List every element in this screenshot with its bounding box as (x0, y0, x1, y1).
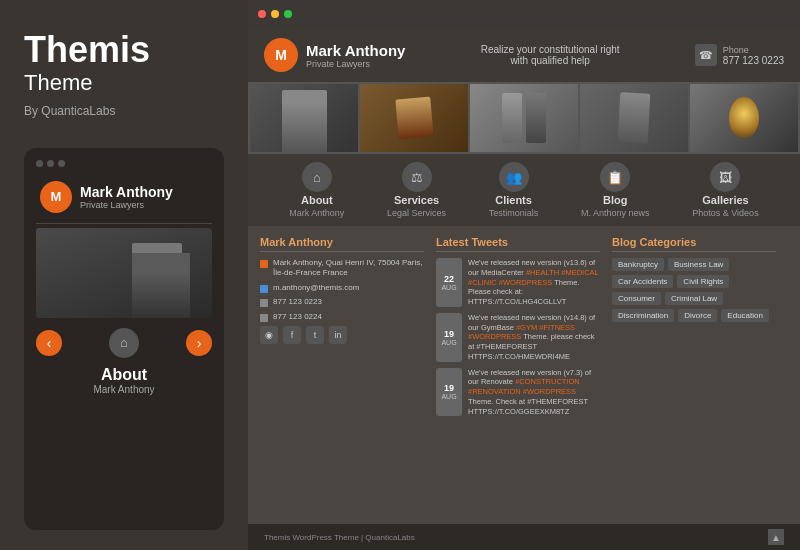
social-twitter-icon[interactable]: t (306, 326, 324, 344)
tweets-title: Latest Tweets (436, 236, 600, 252)
mockup-divider (36, 223, 212, 224)
home-icon: ⌂ (302, 162, 332, 192)
tweet-date-3: 19 AUG (436, 368, 462, 417)
blog-cat-business-law[interactable]: Business Law (668, 258, 729, 271)
contact-phone2: 877 123 0224 (273, 312, 322, 322)
tweet-item-3: 19 AUG We've released new version (v7.3)… (436, 368, 600, 417)
blog-cat-education[interactable]: Education (721, 309, 769, 322)
blog-cat-car-accidents[interactable]: Car Accidents (612, 275, 673, 288)
email-dot (260, 285, 268, 293)
blog-cat-divorce[interactable]: Divorce (678, 309, 717, 322)
contact-email: m.anthony@themis.com (273, 283, 359, 293)
phone-icon: ☎ (695, 44, 717, 66)
mockup-hero-image (36, 228, 212, 318)
mockup-prev-button[interactable]: ‹ (36, 330, 62, 356)
nav-blog-sub: M. Anthony news (581, 208, 650, 218)
blog-categories-list: Bankruptcy Business Law Car Accidents Ci… (612, 258, 776, 322)
phone-number: 877 123 0223 (723, 55, 784, 66)
hero-image-5 (690, 84, 798, 152)
mockup-dot-1 (36, 160, 43, 167)
bottom-section: Mark Anthony Mark Anthony, Quai Henri IV… (248, 226, 800, 524)
nav-galleries-main: Galleries (702, 194, 748, 206)
nav-services-sub: Legal Services (387, 208, 446, 218)
nav-item-blog[interactable]: 📋 Blog M. Anthony news (581, 162, 650, 218)
contact-column: Mark Anthony Mark Anthony, Quai Henri IV… (260, 236, 436, 518)
phone1-dot (260, 299, 268, 307)
nav-blog-main: Blog (603, 194, 627, 206)
blog-cat-discrimination[interactable]: Discrimination (612, 309, 674, 322)
nav-about-sub: Mark Anthony (289, 208, 344, 218)
browser-bar (248, 0, 800, 28)
site-phone-area: ☎ Phone 877 123 0223 (695, 44, 784, 66)
slogan-line2: with qualified help (421, 55, 678, 66)
blog-cat-civil-rights[interactable]: Civil Rights (677, 275, 729, 288)
footer-up-button[interactable]: ▲ (768, 529, 784, 545)
mockup-name: Mark Anthony (80, 184, 173, 200)
hero-image-3 (470, 84, 578, 152)
tweet-item-2: 19 AUG We've released new version (v14.8… (436, 313, 600, 362)
brand-by: By QuanticaLabs (24, 104, 224, 118)
social-facebook-icon[interactable]: f (283, 326, 301, 344)
left-panel: Themis Theme By QuanticaLabs M Mark Anth… (0, 0, 248, 550)
mockup-home-button[interactable]: ⌂ (109, 328, 139, 358)
blog-categories-column: Blog Categories Bankruptcy Business Law … (612, 236, 788, 518)
phone-label: Phone (723, 45, 784, 55)
mockup-about-sub: Mark Anthony (36, 384, 212, 395)
mobile-mockup: M Mark Anthony Private Lawyers ‹ ⌂ › Abo… (24, 148, 224, 530)
right-panel: M Mark Anthony Private Lawyers Realize y… (248, 0, 800, 550)
browser-dot-green[interactable] (284, 10, 292, 18)
nav-menu: ⌂ About Mark Anthony ⚖ Services Legal Se… (248, 154, 800, 226)
social-linkedin-icon[interactable]: in (329, 326, 347, 344)
blog-cat-criminal-law[interactable]: Criminal Law (665, 292, 723, 305)
browser-dot-yellow[interactable] (271, 10, 279, 18)
tweet-date-1: 22 AUG (436, 258, 462, 307)
tweet-text-2: We've released new version (v14.8) of ou… (468, 313, 600, 362)
brand-title: Themis (24, 30, 224, 70)
mockup-about-title: About (36, 366, 212, 384)
blog-icon: 📋 (600, 162, 630, 192)
address-dot (260, 260, 268, 268)
mockup-dots (36, 160, 212, 167)
clients-icon: 👥 (499, 162, 529, 192)
galleries-icon: 🖼 (710, 162, 740, 192)
tweet-date-2: 19 AUG (436, 313, 462, 362)
hero-image-4 (580, 84, 688, 152)
tweets-column: Latest Tweets 22 AUG We've released new … (436, 236, 612, 518)
tweet-text-1: We've released new version (v13.6) of ou… (468, 258, 600, 307)
hero-image-2 (360, 84, 468, 152)
blog-cat-consumer[interactable]: Consumer (612, 292, 661, 305)
contact-address-item: Mark Anthony, Quai Henri IV, 75004 Paris… (260, 258, 424, 279)
site-logo: M (264, 38, 298, 72)
browser-dot-red[interactable] (258, 10, 266, 18)
nav-item-clients[interactable]: 👥 Clients Testimonials (489, 162, 539, 218)
mockup-next-button[interactable]: › (186, 330, 212, 356)
mockup-nav: ‹ ⌂ › (36, 324, 212, 362)
brand-subtitle: Theme (24, 70, 224, 96)
hero-images (248, 82, 800, 154)
blog-cat-bankruptcy[interactable]: Bankruptcy (612, 258, 664, 271)
contact-phone1-item: 877 123 0223 (260, 297, 424, 307)
website-content: M Mark Anthony Private Lawyers Realize y… (248, 28, 800, 550)
slogan-line1: Realize your constitutional right (421, 44, 678, 55)
site-tagline: Private Lawyers (306, 59, 405, 69)
nav-item-services[interactable]: ⚖ Services Legal Services (387, 162, 446, 218)
mockup-about: About Mark Anthony (36, 362, 212, 395)
site-name: Mark Anthony (306, 42, 405, 59)
contact-phone1: 877 123 0223 (273, 297, 322, 307)
contact-address: Mark Anthony, Quai Henri IV, 75004 Paris… (273, 258, 424, 279)
mockup-logo: M (40, 181, 72, 213)
social-rss-icon[interactable]: ◉ (260, 326, 278, 344)
mockup-dot-3 (58, 160, 65, 167)
nav-services-main: Services (394, 194, 439, 206)
nav-item-galleries[interactable]: 🖼 Galleries Photos & Videos (692, 162, 758, 218)
site-footer: Themis WordPress Theme | QuanticaLabs ▲ (248, 524, 800, 550)
nav-galleries-sub: Photos & Videos (692, 208, 758, 218)
tweet-item-1: 22 AUG We've released new version (v13.6… (436, 258, 600, 307)
tweet-text-3: We've released new version (v7.3) of our… (468, 368, 600, 417)
social-icons: ◉ f t in (260, 326, 424, 344)
phone2-dot (260, 314, 268, 322)
nav-item-about[interactable]: ⌂ About Mark Anthony (289, 162, 344, 218)
footer-text: Themis WordPress Theme | QuanticaLabs (264, 533, 415, 542)
blog-categories-title: Blog Categories (612, 236, 776, 252)
mockup-tagline: Private Lawyers (80, 200, 173, 210)
